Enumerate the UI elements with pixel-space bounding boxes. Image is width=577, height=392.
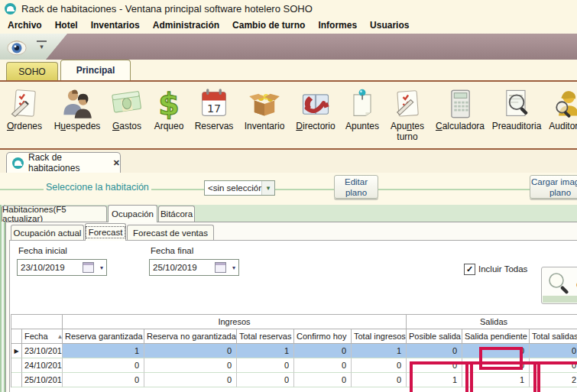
close-icon[interactable]: ✕ bbox=[113, 158, 120, 168]
room-service-icon bbox=[12, 157, 24, 169]
calendar-icon bbox=[215, 262, 226, 273]
ribbon-inventario[interactable]: Inventario bbox=[238, 87, 290, 131]
window-title: Rack de habitaciones - Ventana principal… bbox=[21, 3, 313, 15]
search-button[interactable]: Consultar bbox=[541, 267, 577, 304]
room-dropdown-value: <sin selección> bbox=[205, 183, 261, 193]
cell[interactable]: 0 bbox=[237, 358, 294, 373]
ribbon-preauditoria[interactable]: Preauditoria bbox=[489, 87, 544, 131]
box-icon bbox=[248, 87, 281, 121]
calendar-icon: 17 bbox=[197, 87, 231, 121]
ribbon-directorio[interactable]: Directorio bbox=[290, 87, 341, 131]
group-header-ingresos: Ingresos bbox=[63, 315, 407, 329]
ribbon-reservas[interactable]: 17 Reservas bbox=[190, 87, 238, 131]
room-selector-bar: Seleccione la habitación <sin selección>… bbox=[0, 173, 577, 205]
tab-ocupacion-actual[interactable]: Ocupación actual bbox=[11, 225, 84, 241]
ribbon-gastos[interactable]: Gastos bbox=[105, 87, 148, 131]
header-total-salidas[interactable]: Total salidas bbox=[530, 329, 577, 344]
ribbon-toolbar: Ordenes Huespedes Gastos $ Arqueo bbox=[0, 80, 577, 150]
room-dropdown[interactable]: <sin selección> ▾ bbox=[204, 180, 275, 196]
ribbon-arqueo[interactable]: $ Arqueo bbox=[148, 87, 190, 131]
workspace-tab-strip: SOHO Principal bbox=[0, 60, 577, 80]
document-tab-label: Rack de habitaciones bbox=[28, 152, 105, 173]
chevron-down-icon[interactable]: ▾ bbox=[261, 181, 274, 195]
cell[interactable]: 1 bbox=[237, 344, 294, 358]
edit-plan-button[interactable]: Editar plano bbox=[334, 175, 378, 199]
cell-fecha[interactable]: 25/10/2019 bbox=[22, 373, 63, 387]
start-date-value: 23/10/2019 bbox=[18, 263, 83, 272]
menu-informes[interactable]: Informes bbox=[318, 20, 357, 31]
ribbon-calculadora[interactable]: Calculadora bbox=[431, 87, 489, 131]
tab-rack-de-habitaciones[interactable]: Rack de habitaciones ✕ bbox=[6, 152, 121, 173]
chevron-down-icon[interactable]: ▾ bbox=[97, 264, 106, 271]
row-marker[interactable] bbox=[11, 373, 22, 387]
cell[interactable]: 0 bbox=[237, 373, 294, 387]
cell[interactable]: 0 bbox=[530, 344, 577, 358]
eye-icon[interactable] bbox=[5, 36, 28, 57]
room-selector-label: Seleccione la habitación bbox=[44, 182, 151, 193]
header-salida-pendiente[interactable]: Salida pendiente bbox=[462, 329, 530, 344]
row-marker[interactable] bbox=[11, 358, 22, 373]
cell[interactable]: 0 bbox=[352, 373, 407, 387]
cell[interactable]: 0 bbox=[352, 358, 407, 373]
chevron-down-icon[interactable]: ▾ bbox=[229, 264, 238, 271]
menu-usuarios[interactable]: Usuarios bbox=[370, 20, 409, 31]
header-total-ingresos[interactable]: Total ingresos bbox=[352, 329, 407, 344]
cell[interactable]: 0 bbox=[294, 373, 352, 387]
header-fecha[interactable]: Fecha▲ bbox=[22, 329, 63, 344]
cell[interactable]: 1 bbox=[63, 344, 144, 358]
auditor-icon bbox=[550, 87, 577, 121]
load-plan-image-button[interactable]: Cargar imagen plano bbox=[530, 175, 577, 199]
rack-page-area: Habitaciones(F5 actualizar) Ocupación Bi… bbox=[0, 205, 577, 392]
cell[interactable]: 0 bbox=[294, 358, 352, 373]
tab-principal[interactable]: Principal bbox=[60, 60, 131, 80]
menu-cambio-de-turno[interactable]: Cambio de turno bbox=[232, 20, 305, 31]
end-date-field[interactable]: 25/10/2019 ▾ bbox=[149, 259, 239, 276]
tab-bitacora[interactable]: Bitácora bbox=[158, 206, 195, 222]
tab-ocupacion[interactable]: Ocupación bbox=[108, 205, 157, 222]
annotation-box-salida-pendiente bbox=[465, 361, 540, 392]
calendar-icon bbox=[83, 262, 94, 273]
cell[interactable]: 0 bbox=[144, 344, 237, 358]
header-selector bbox=[11, 329, 22, 344]
header-total-reservas[interactable]: Total reservas bbox=[237, 329, 294, 344]
header-reserva-no-garantizada[interactable]: Reserva no garantizada bbox=[144, 329, 237, 344]
cell-fecha[interactable]: 23/10/2019 bbox=[22, 344, 63, 358]
tab-forecast[interactable]: Forecast bbox=[85, 223, 126, 241]
menu-archivo[interactable]: Archivo bbox=[8, 20, 42, 31]
ribbon-ordenes[interactable]: Ordenes bbox=[0, 87, 49, 131]
ribbon-apuntes-turno[interactable]: Apuntesturno bbox=[384, 87, 431, 142]
ribbon-apuntes[interactable]: Apuntes bbox=[341, 87, 384, 131]
cell[interactable]: 0 bbox=[63, 358, 144, 373]
chevron-down-icon[interactable]: ▾ bbox=[37, 40, 47, 52]
annotation-box-posible-salida bbox=[410, 361, 473, 392]
cell[interactable]: 0 bbox=[144, 373, 237, 387]
ribbon-auditoria[interactable]: Auditoria bbox=[544, 87, 577, 131]
calculator-icon bbox=[443, 87, 477, 121]
sort-asc-icon: ▲ bbox=[57, 333, 63, 340]
header-reserva-garantizada[interactable]: Reserva garantizada bbox=[63, 329, 144, 344]
forecast-page: Fecha inicial 23/10/2019 ▾ Fecha final 2… bbox=[9, 240, 577, 392]
cell-fecha[interactable]: 24/10/2019 bbox=[22, 358, 63, 373]
cell[interactable]: 1 bbox=[352, 344, 407, 358]
menu-inventarios[interactable]: Inventarios bbox=[91, 20, 140, 31]
cell[interactable]: 0 bbox=[144, 358, 237, 373]
end-date-value: 25/10/2019 bbox=[150, 263, 215, 272]
start-date-field[interactable]: 23/10/2019 ▾ bbox=[17, 259, 107, 276]
dollar-icon: $ bbox=[152, 87, 186, 121]
quick-toolbar: ▾ bbox=[0, 34, 577, 60]
menu-hotel[interactable]: Hotel bbox=[55, 20, 78, 31]
group-header-salidas: Salidas bbox=[407, 315, 577, 329]
row-marker[interactable]: ▶ bbox=[11, 344, 22, 358]
cell[interactable]: 0 bbox=[63, 373, 144, 387]
menu-administracion[interactable]: Administración bbox=[153, 20, 219, 31]
include-all-checkbox[interactable]: ✓ bbox=[464, 264, 475, 275]
tab-soho[interactable]: SOHO bbox=[6, 62, 58, 80]
header-posible-salida[interactable]: Posible salida bbox=[407, 329, 462, 344]
money-icon bbox=[110, 87, 144, 121]
header-confirmo-hoy[interactable]: Confirmo hoy bbox=[294, 329, 352, 344]
tab-habitaciones[interactable]: Habitaciones(F5 actualizar) bbox=[2, 206, 107, 222]
cell[interactable]: 0 bbox=[407, 344, 462, 358]
ribbon-huespedes[interactable]: Huespedes bbox=[49, 87, 105, 131]
cell[interactable]: 0 bbox=[294, 344, 352, 358]
tab-forecast-de-ventas[interactable]: Forecast de ventas bbox=[127, 225, 214, 241]
